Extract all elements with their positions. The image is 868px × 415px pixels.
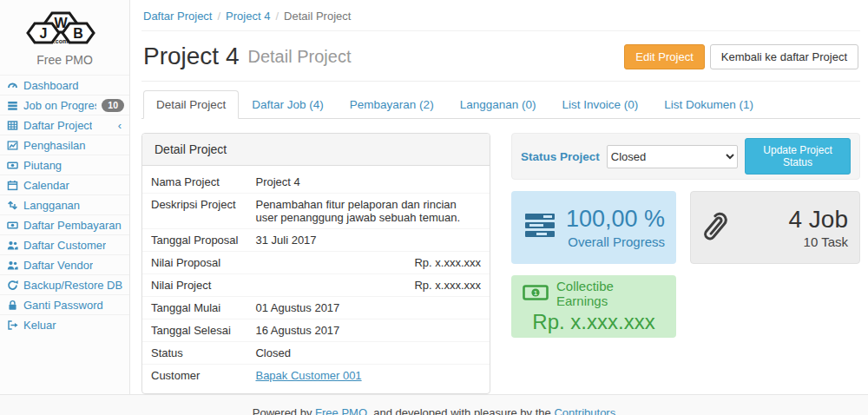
sidebar-item-calendar[interactable]: Calendar — [0, 175, 129, 194]
tasks-count: 10 Task — [789, 234, 849, 251]
detail-table: Nama ProjectProject 4Deskripsi ProjectPe… — [142, 171, 490, 386]
users-icon — [6, 239, 18, 251]
edit-project-button[interactable]: Edit Project — [624, 44, 704, 69]
detail-label: Tanggal Selesai — [142, 319, 247, 342]
tasks-icon — [523, 212, 557, 243]
main-content: Daftar Project/Project 4/Detail Project … — [130, 0, 868, 394]
money-icon — [6, 159, 18, 171]
tab-bar: Detail ProjectDaftar Job (4)Pembayaran (… — [141, 90, 860, 119]
money-icon: 1 — [523, 285, 549, 303]
detail-label: Tanggal Proposal — [142, 229, 247, 252]
sidebar-item-job-on-progress[interactable]: Job on Progress10 — [0, 95, 129, 115]
line-chart-icon — [6, 139, 18, 151]
page-title: Project 4 — [143, 43, 240, 70]
detail-row: Tanggal Selesai16 Agustus 2017 — [142, 319, 490, 342]
tab-list-invoice-0[interactable]: List Invoice (0) — [549, 90, 651, 119]
brand-name: Free PMO — [0, 49, 129, 75]
page-subtitle: Detail Project — [248, 47, 352, 67]
panels-row: Detail Project Nama ProjectProject 4Desk… — [141, 133, 860, 394]
sidebar-item-piutang[interactable]: Piutang — [0, 155, 129, 175]
sidebar-menu: DashboardJob on Progress10Daftar Project… — [0, 75, 129, 334]
sidebar-item-backup-restore-db[interactable]: Backup/Restore DB — [0, 274, 129, 294]
sidebar-item-label: Daftar Project — [23, 119, 92, 132]
detail-row: Nama ProjectProject 4 — [142, 171, 490, 194]
table-icon — [6, 119, 18, 131]
free-pmo-link[interactable]: Free PMO — [315, 406, 367, 415]
tab-pembayaran-2[interactable]: Pembayaran (2) — [337, 90, 447, 119]
tab-daftar-job-4[interactable]: Daftar Job (4) — [239, 90, 337, 119]
detail-value: Penambahan fitur pelaporan dan rincian u… — [255, 198, 460, 224]
svg-text:W: W — [54, 16, 68, 30]
sidebar-item-label: Dashboard — [23, 79, 79, 92]
detail-label: Nilai Project — [142, 274, 247, 297]
earnings-value: Rp. x.xxx.xxx — [523, 310, 665, 334]
breadcrumb: Daftar Project/Project 4/Detail Project — [141, 0, 860, 31]
sidebar-item-langganan[interactable]: Langganan — [0, 194, 129, 214]
detail-value: 01 Agustus 2017 — [255, 301, 339, 314]
sidebar-item-label: Backup/Restore DB — [23, 279, 122, 292]
tab-langganan-0[interactable]: Langganan (0) — [447, 90, 549, 119]
paperclip-icon — [692, 205, 734, 250]
svg-text:J: J — [39, 26, 47, 41]
jwb-hexagon-logo-icon: W J B .com — [23, 6, 107, 44]
customer-link[interactable]: Bapak Customer 001 — [255, 369, 361, 382]
lock-icon — [6, 299, 18, 311]
tasks-icon — [6, 99, 18, 111]
calendar-icon — [6, 179, 18, 191]
sidebar-item-label: Ganti Password — [23, 299, 103, 312]
sidebar-item-label: Daftar Vendor — [23, 259, 93, 272]
overall-progress-caption: Overall Progress — [566, 234, 665, 251]
sidebar-item-daftar-vendor[interactable]: Daftar Vendor — [0, 254, 129, 274]
status-project-label: Status Project — [521, 150, 600, 163]
detail-value: 16 Agustus 2017 — [255, 324, 339, 337]
sidebar-item-penghasilan[interactable]: Penghasilan — [0, 135, 129, 155]
footer-text: , and developed with pleasure by the — [367, 406, 554, 415]
svg-text:1: 1 — [534, 289, 538, 297]
tab-detail-project[interactable]: Detail Project — [143, 90, 239, 119]
sidebar-item-dashboard[interactable]: Dashboard — [0, 75, 129, 95]
detail-row: Deskripsi ProjectPenambahan fitur pelapo… — [142, 194, 490, 229]
sidebar-item-daftar-pembayaran[interactable]: Daftar Pembayaran — [0, 214, 129, 234]
detail-row: CustomerBapak Customer 001 — [142, 365, 490, 387]
sidebar-item-label: Daftar Pembayaran — [23, 219, 122, 232]
svg-text:.com: .com — [53, 38, 67, 44]
sidebar-item-label: Daftar Customer — [23, 239, 106, 252]
header-buttons: Edit Project Kembali ke daftar Project — [624, 44, 858, 69]
detail-label: Customer — [142, 365, 247, 387]
sidebar-item-label: Penghasilan — [23, 139, 86, 152]
detail-value: 31 Juli 2017 — [255, 234, 316, 247]
tab-list-dokumen-1[interactable]: List Dokumen (1) — [651, 90, 766, 119]
update-project-status-button[interactable]: Update Project Status — [745, 138, 851, 175]
detail-label: Status — [142, 342, 247, 365]
users-icon — [6, 259, 18, 271]
overall-progress-value: 100,00 % — [566, 205, 665, 234]
status-project-select[interactable]: Closed — [607, 145, 738, 168]
jobs-summary-card: 4 Job 10 Task — [690, 191, 860, 264]
app-wrapper: W J B .com Free PMO DashboardJob on Prog… — [0, 0, 868, 394]
breadcrumb-item[interactable]: Project 4 — [226, 10, 270, 23]
sidebar-item-label: Calendar — [23, 179, 69, 192]
breadcrumb-item[interactable]: Daftar Project — [143, 10, 212, 23]
detail-value: Rp. x.xxx.xxx — [414, 279, 481, 292]
back-to-project-list-button[interactable]: Kembali ke daftar Project — [710, 44, 858, 69]
brand-logo[interactable]: W J B .com — [0, 0, 129, 49]
sidebar-item-daftar-project[interactable]: Daftar Project‹ — [0, 115, 129, 135]
breadcrumb-separator: / — [275, 10, 279, 23]
sidebar-item-label: Job on Progress — [23, 99, 96, 112]
refresh-icon — [6, 279, 18, 291]
detail-value: Project 4 — [255, 175, 299, 188]
sidebar-item-keluar[interactable]: Keluar — [0, 314, 129, 334]
sidebar: W J B .com Free PMO DashboardJob on Prog… — [0, 0, 130, 394]
detail-label: Deskripsi Project — [142, 194, 247, 229]
detail-project-panel: Detail Project Nama ProjectProject 4Desk… — [141, 133, 490, 394]
retweet-icon — [6, 199, 18, 211]
sidebar-item-daftar-customer[interactable]: Daftar Customer — [0, 234, 129, 254]
collectible-earnings-card: 1 Collectibe Earnings Rp. x.xxx.xxx — [511, 275, 676, 338]
sidebar-item-ganti-password[interactable]: Ganti Password — [0, 294, 129, 314]
money-icon — [6, 219, 18, 231]
earnings-label: Collectibe Earnings — [556, 279, 665, 308]
breadcrumb-separator: / — [217, 10, 220, 23]
sidebar-item-label: Piutang — [23, 159, 62, 172]
contributors-link[interactable]: Contributors — [554, 406, 615, 415]
sidebar-item-label: Keluar — [23, 319, 56, 332]
